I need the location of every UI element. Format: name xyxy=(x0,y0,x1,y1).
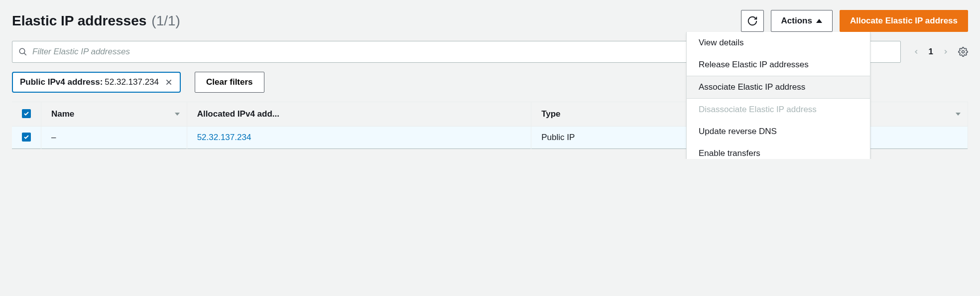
filter-chip[interactable]: Public IPv4 address: 52.32.137.234 xyxy=(12,72,181,93)
filter-chip-value: 52.32.137.234 xyxy=(105,77,159,87)
sort-icon xyxy=(175,113,180,116)
pagination: 1 xyxy=(913,47,968,57)
selection-count: (1/1) xyxy=(151,13,180,29)
actions-label: Actions xyxy=(781,16,812,26)
cell-type: Public IP xyxy=(531,127,712,149)
chevron-left-icon[interactable] xyxy=(913,48,920,55)
gear-icon[interactable] xyxy=(958,47,968,57)
chevron-right-icon[interactable] xyxy=(942,48,949,55)
column-header-checkbox[interactable] xyxy=(12,102,41,127)
cell-allocated-ip[interactable]: 52.32.137.234 xyxy=(187,127,531,149)
column-header-type[interactable]: Type xyxy=(531,102,712,127)
row-checkbox[interactable] xyxy=(22,133,31,142)
actions-button[interactable]: Actions xyxy=(771,10,833,32)
cell-name: – xyxy=(41,127,187,149)
search-icon xyxy=(18,47,27,56)
refresh-icon xyxy=(747,15,758,26)
clear-filters-button[interactable]: Clear filters xyxy=(195,72,264,93)
actions-dropdown: View detailsRelease Elastic IP addresses… xyxy=(686,32,870,159)
sort-icon xyxy=(956,113,961,116)
close-icon[interactable] xyxy=(165,78,173,86)
menu-item[interactable]: Enable transfers xyxy=(687,143,870,159)
svg-point-0 xyxy=(19,48,25,54)
menu-item[interactable]: Release Elastic IP addresses xyxy=(687,54,870,76)
page-number: 1 xyxy=(929,47,933,57)
select-all-checkbox[interactable] xyxy=(22,109,31,118)
column-header-allocated[interactable]: Allocated IPv4 add... xyxy=(187,102,531,127)
menu-item[interactable]: Update reverse DNS xyxy=(687,121,870,143)
menu-item[interactable]: View details xyxy=(687,32,870,54)
column-header-name[interactable]: Name xyxy=(41,102,187,127)
menu-item[interactable]: Associate Elastic IP address xyxy=(687,76,870,99)
page-title: Elastic IP addresses xyxy=(12,13,146,29)
allocate-button[interactable]: Allocate Elastic IP address xyxy=(840,10,968,32)
svg-point-2 xyxy=(962,51,965,53)
caret-up-icon xyxy=(816,19,822,23)
menu-item: Disassociate Elastic IP address xyxy=(687,99,870,121)
svg-line-1 xyxy=(24,53,26,55)
filter-chip-label: Public IPv4 address: xyxy=(20,77,103,87)
refresh-button[interactable] xyxy=(741,10,764,32)
